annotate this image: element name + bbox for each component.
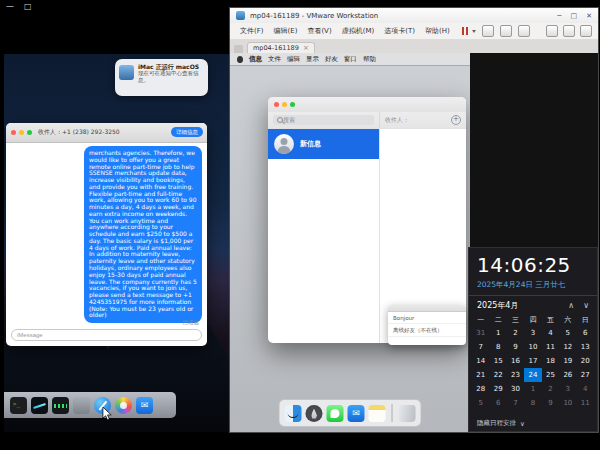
revert-snapshot-icon[interactable] (500, 25, 512, 37)
calendar-day[interactable]: 3 (559, 382, 576, 396)
console-view-icon[interactable] (563, 25, 575, 37)
calendar-day[interactable]: 8 (524, 396, 541, 410)
macos-menu-2[interactable]: 编辑 (287, 55, 300, 64)
calendar-day[interactable]: 11 (542, 340, 559, 354)
vm-tab[interactable]: mp04-161189 × (247, 42, 315, 53)
library-view-icon[interactable] (546, 25, 558, 37)
activity-icon[interactable] (52, 397, 69, 414)
macos-update-notification[interactable]: iMac 正运行 macOS 现在可在通知中心查看信息。 (115, 59, 208, 96)
add-recipient-button[interactable]: + (451, 115, 461, 125)
grapher-icon[interactable] (31, 397, 48, 414)
home-tab-icon[interactable] (234, 45, 243, 53)
macos-menu-3[interactable]: 显示 (306, 55, 319, 64)
messages-icon[interactable] (327, 405, 344, 422)
zoom-button[interactable] (27, 130, 32, 135)
calendar-day[interactable]: 26 (559, 368, 576, 382)
calendar-day[interactable]: 28 (472, 382, 489, 396)
calendar-down-icon[interactable]: ∨ (583, 301, 589, 310)
calendar-day[interactable]: 4 (577, 382, 594, 396)
calendar-day[interactable]: 30 (507, 382, 524, 396)
macos-menu-0[interactable]: 信息 (249, 55, 262, 64)
calendar-up-icon[interactable]: ∧ (568, 301, 574, 310)
vmware-menu-0[interactable]: 文件(F) (236, 25, 268, 37)
calendar-day[interactable]: 31 (472, 326, 489, 340)
calendar-day[interactable]: 15 (489, 354, 506, 368)
calendar-day[interactable]: 16 (507, 354, 524, 368)
notes-icon[interactable] (369, 405, 386, 422)
vmware-menu-3[interactable]: 虚拟机(M) (338, 25, 379, 37)
calendar-day[interactable]: 17 (524, 354, 541, 368)
calendar-day[interactable]: 12 (559, 340, 576, 354)
mail-icon[interactable] (136, 397, 153, 414)
calendar-day[interactable]: 7 (507, 396, 524, 410)
pause-vm-button[interactable] (462, 27, 476, 35)
calendar-day[interactable]: 5 (559, 326, 576, 340)
calendar-day[interactable]: 6 (489, 396, 506, 410)
buddy-row[interactable]: Bonjour (388, 312, 466, 324)
calendar-day[interactable]: 2 (542, 382, 559, 396)
vmware-titlebar[interactable]: mp04-161189 - VMware Workstation ─ □ ✕ (230, 8, 598, 23)
host-minimize-button[interactable]: — (6, 2, 14, 11)
agenda-toggle[interactable]: 隐藏日程安排 ∨ (477, 419, 525, 428)
messages-left-titlebar[interactable]: 收件人：+1 (238) 292-3250 详细信息 (6, 123, 207, 143)
calendar-day[interactable]: 13 (577, 340, 594, 354)
calendar-day[interactable]: 7 (472, 340, 489, 354)
conversation-item-new-message[interactable]: 新信息 (268, 129, 379, 159)
calendar-day[interactable]: 3 (524, 326, 541, 340)
calendar-day[interactable]: 9 (542, 396, 559, 410)
macos-menu-6[interactable]: 帮助 (363, 55, 376, 64)
buddies-titlebar[interactable] (388, 305, 466, 312)
calendar-day[interactable]: 4 (542, 326, 559, 340)
vmware-close-button[interactable]: ✕ (586, 12, 592, 20)
close-button[interactable] (11, 130, 16, 135)
macos-menu-4[interactable]: 好友 (325, 55, 338, 64)
close-tab-icon[interactable]: × (303, 44, 309, 52)
console-icon[interactable] (73, 397, 90, 414)
vmware-menu-5[interactable]: 帮助(H) (421, 25, 454, 37)
snapshot-icon[interactable] (482, 25, 494, 37)
vmware-maximize-button[interactable]: □ (571, 12, 578, 20)
calendar-day[interactable]: 18 (542, 354, 559, 368)
calendar-day[interactable]: 10 (559, 396, 576, 410)
fullscreen-icon[interactable] (580, 25, 592, 37)
launchpad-icon[interactable] (306, 405, 323, 422)
calendar-day[interactable]: 5 (472, 396, 489, 410)
calendar-day[interactable]: 11 (577, 396, 594, 410)
calendar-day[interactable]: 1 (524, 382, 541, 396)
messages-vm-titlebar[interactable] (268, 97, 466, 112)
calendar-day[interactable]: 10 (524, 340, 541, 354)
search-input[interactable] (273, 115, 374, 125)
calendar-day[interactable]: 19 (559, 354, 576, 368)
calendar-day[interactable]: 14 (472, 354, 489, 368)
calendar-day[interactable]: 1 (489, 326, 506, 340)
macos-menu-1[interactable]: 文件 (268, 55, 281, 64)
calendar-day[interactable]: 22 (489, 368, 506, 382)
vmware-minimize-button[interactable]: ─ (557, 12, 561, 20)
apple-menu-icon[interactable] (237, 56, 243, 63)
calendar-day[interactable]: 2 (507, 326, 524, 340)
terminal-icon[interactable] (10, 397, 27, 414)
minimize-button[interactable] (19, 130, 24, 135)
calendar-day[interactable]: 6 (577, 326, 594, 340)
calendar-day[interactable]: 21 (472, 368, 489, 382)
calendar-day[interactable]: 29 (489, 382, 506, 396)
close-button[interactable] (274, 102, 279, 107)
calendar-day[interactable]: 27 (577, 368, 594, 382)
calendar-day[interactable]: 9 (507, 340, 524, 354)
trash-icon[interactable] (399, 405, 416, 422)
to-field[interactable]: 收件人： + (380, 112, 466, 128)
vmware-menu-1[interactable]: 编辑(E) (270, 25, 302, 37)
imessage-input[interactable] (11, 329, 202, 341)
zoom-button[interactable] (290, 102, 295, 107)
calendar-day[interactable]: 25 (542, 368, 559, 382)
photos-icon[interactable] (115, 397, 132, 414)
vmware-menu-2[interactable]: 查看(V) (303, 25, 335, 37)
mail-icon[interactable] (348, 405, 365, 422)
minimize-button[interactable] (282, 102, 287, 107)
finder-icon[interactable] (285, 405, 302, 422)
calendar-day[interactable]: 23 (507, 368, 524, 382)
host-maximize-button[interactable]: □ (24, 2, 32, 11)
calendar-day[interactable]: 8 (489, 340, 506, 354)
calendar-day[interactable]: 24 (524, 368, 541, 382)
vm-settings-icon[interactable] (518, 25, 530, 37)
